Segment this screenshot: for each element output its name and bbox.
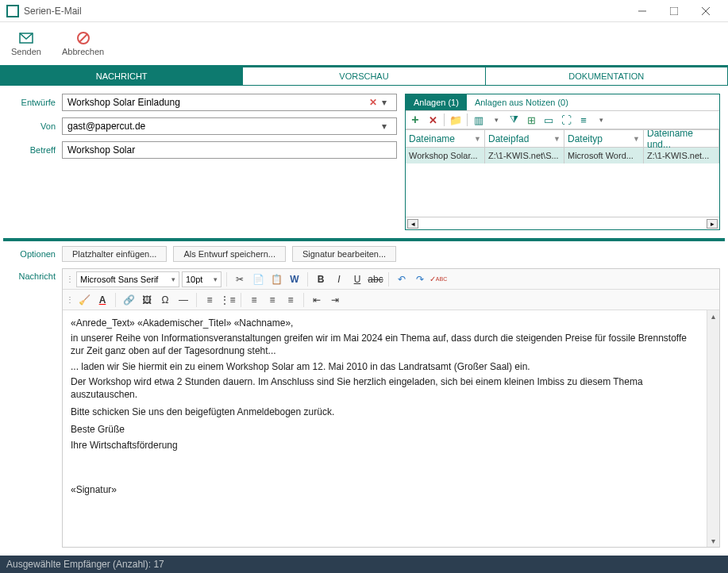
clear-format-icon[interactable]: 🧹: [76, 292, 92, 308]
filter-icon[interactable]: ▼: [474, 135, 481, 143]
font-color-icon[interactable]: A: [94, 292, 110, 308]
window-title: Serien-E-Mail: [24, 6, 626, 17]
main-tabs: NACHRICHT VORSCHAU DOKUMENTATION: [0, 67, 728, 86]
body-line: ... laden wir Sie hiermit ein zu einem W…: [71, 360, 699, 373]
svg-line-6: [79, 34, 87, 42]
editor-toolbar-1: ⋮ Microsoft Sans Serif 10pt ✂ 📄 📋 W B I …: [63, 269, 719, 290]
col-filename[interactable]: Dateiname▼: [406, 130, 485, 147]
cell-filename: Workshop Solar...: [406, 148, 485, 163]
drafts-label: Entwürfe: [8, 98, 56, 107]
clear-draft-icon[interactable]: ✕: [369, 97, 377, 108]
paste-icon[interactable]: 📋: [268, 271, 284, 287]
cell-filename-path: Z:\1-KWIS.net...: [644, 148, 719, 163]
underline-icon[interactable]: U: [349, 271, 365, 287]
minimize-button[interactable]: [626, 1, 658, 21]
editor-toolbar-2: ⋮ 🧹 A 🔗 🖼 Ω — ≡ ⋮≡ ≡ ≡ ≡ ⇤ ⇥: [63, 290, 719, 310]
editor-scrollbar[interactable]: ▴ ▾: [707, 310, 719, 547]
main-toolbar: Senden Abbrechen: [0, 22, 728, 67]
attachments-tab-files[interactable]: Anlagen (1): [406, 94, 467, 110]
font-name-select[interactable]: Microsoft Sans Serif: [76, 271, 179, 287]
font-size-select[interactable]: 10pt: [182, 271, 221, 287]
drafts-dropdown-icon[interactable]: ▾: [377, 97, 391, 108]
close-button[interactable]: [690, 1, 722, 21]
export-excel-icon[interactable]: ⊞: [525, 113, 537, 126]
col-filename-path[interactable]: Dateiname und...: [644, 130, 719, 147]
align-left-icon[interactable]: ≡: [246, 292, 262, 308]
drafts-input[interactable]: [67, 97, 366, 108]
from-input[interactable]: [67, 121, 377, 132]
indent-icon[interactable]: ⇥: [327, 292, 343, 308]
body-line: Der Workshop wird etwa 2 Stunden dauern.…: [71, 375, 699, 401]
subject-input[interactable]: [67, 144, 391, 156]
hr-icon[interactable]: —: [175, 292, 191, 308]
align-right-icon[interactable]: ≡: [283, 292, 299, 308]
insert-placeholder-button[interactable]: Platzhalter einfügen...: [62, 246, 167, 262]
open-folder-icon[interactable]: 📁: [449, 113, 462, 126]
cut-icon[interactable]: ✂: [232, 271, 248, 287]
body-line: «Anrede_Text» «Akademischer_Titel» «Nach…: [71, 317, 699, 329]
editor-textarea[interactable]: «Anrede_Text» «Akademischer_Titel» «Nach…: [63, 310, 707, 547]
message-label: Nachricht: [8, 268, 56, 548]
drafts-combo[interactable]: ✕ ▾: [62, 94, 397, 111]
subject-field[interactable]: [62, 141, 397, 159]
filter-icon[interactable]: ▼: [633, 135, 640, 143]
columns-icon[interactable]: ▥: [472, 113, 485, 126]
columns-dd-icon[interactable]: ▾: [490, 113, 503, 126]
menu-icon[interactable]: ≡: [577, 113, 590, 126]
unordered-list-icon[interactable]: ⋮≡: [220, 292, 236, 308]
filter-icon[interactable]: ▼: [553, 135, 560, 143]
cancel-button[interactable]: Abbrechen: [59, 29, 107, 58]
scroll-left-icon[interactable]: ◂: [407, 219, 418, 229]
attachment-row[interactable]: Workshop Solar... Z:\1-KWIS.net\S... Mic…: [406, 148, 719, 163]
link-icon[interactable]: 🔗: [121, 292, 137, 308]
remove-attachment-icon[interactable]: ✕: [426, 113, 439, 126]
from-dropdown-icon[interactable]: ▾: [377, 121, 391, 132]
maximize-button[interactable]: [658, 1, 690, 21]
symbol-icon[interactable]: Ω: [157, 292, 173, 308]
body-line: Ihre Wirtschaftsförderung: [71, 439, 699, 452]
send-icon: [18, 31, 34, 45]
paste-word-icon[interactable]: W: [287, 271, 302, 287]
close-icon: [702, 7, 710, 15]
recipient-count: Ausgewählte Empfänger (Anzahl): 17: [6, 559, 164, 570]
tab-documentation[interactable]: DOKUMENTATION: [486, 67, 728, 86]
body-line: Beste Grüße: [71, 423, 699, 436]
expand-icon[interactable]: ⛶: [560, 113, 572, 126]
strike-icon[interactable]: abc: [368, 271, 383, 287]
drag-handle-icon[interactable]: ⋮: [66, 295, 74, 304]
layout-icon[interactable]: ▭: [542, 113, 555, 126]
align-center-icon[interactable]: ≡: [264, 292, 280, 308]
edit-signature-button[interactable]: Signatur bearbeiten...: [292, 246, 396, 262]
add-attachment-icon[interactable]: +: [409, 113, 422, 126]
send-label: Senden: [11, 47, 41, 56]
save-draft-button[interactable]: Als Entwurf speichern...: [173, 246, 286, 262]
drag-handle-icon[interactable]: ⋮: [66, 275, 74, 283]
ordered-list-icon[interactable]: ≡: [202, 292, 218, 308]
filter-icon[interactable]: ⧩: [507, 113, 520, 126]
attachments-tab-notes[interactable]: Anlagen aus Notizen (0): [467, 94, 576, 110]
italic-icon[interactable]: I: [331, 271, 347, 287]
col-filepath[interactable]: Dateipfad▼: [485, 130, 564, 147]
minimize-icon: [638, 7, 646, 15]
scroll-right-icon[interactable]: ▸: [707, 219, 718, 229]
redo-icon[interactable]: ↷: [412, 271, 428, 287]
attachments-hscroll[interactable]: ◂ ▸: [406, 217, 719, 229]
cancel-icon: [75, 31, 91, 45]
copy-icon[interactable]: 📄: [250, 271, 266, 287]
spellcheck-icon[interactable]: ✓ABC: [430, 271, 446, 287]
col-filetype[interactable]: Dateityp▼: [564, 130, 644, 147]
attachments-toolbar: + ✕ 📁 ▥ ▾ ⧩ ⊞ ▭ ⛶ ≡ ▾: [406, 110, 719, 129]
tab-message[interactable]: NACHRICHT: [0, 67, 243, 86]
image-icon[interactable]: 🖼: [139, 292, 155, 308]
body-line: in unserer Reihe von Informationsveranst…: [71, 332, 699, 357]
send-button[interactable]: Senden: [8, 29, 44, 58]
scroll-down-icon[interactable]: ▾: [711, 536, 715, 545]
undo-icon[interactable]: ↶: [394, 271, 410, 287]
scroll-up-icon[interactable]: ▴: [711, 312, 715, 321]
outdent-icon[interactable]: ⇤: [309, 292, 325, 308]
bold-icon[interactable]: B: [313, 271, 329, 287]
subject-label: Betreff: [8, 145, 56, 155]
from-combo[interactable]: ▾: [62, 117, 397, 135]
menu-dd-icon[interactable]: ▾: [595, 113, 607, 126]
tab-preview[interactable]: VORSCHAU: [243, 67, 485, 86]
